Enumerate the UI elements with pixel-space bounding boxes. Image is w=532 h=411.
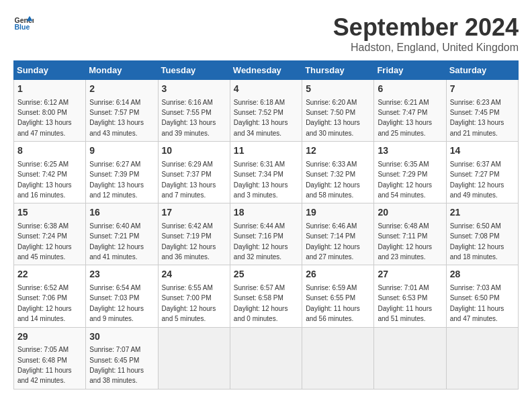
table-row [230, 327, 302, 389]
table-row: 10Sunrise: 6:29 AMSunset: 7:37 PMDayligh… [158, 142, 230, 203]
day-number: 8 [17, 144, 82, 158]
day-info: Sunrise: 7:03 AMSunset: 6:50 PMDaylight:… [450, 284, 504, 322]
table-row: 22Sunrise: 6:52 AMSunset: 7:06 PMDayligh… [14, 265, 86, 327]
day-info: Sunrise: 6:59 AMSunset: 6:55 PMDaylight:… [306, 284, 360, 322]
day-number: 27 [378, 268, 442, 281]
day-info: Sunrise: 7:07 AMSunset: 6:45 PMDaylight:… [89, 346, 144, 384]
day-info: Sunrise: 6:33 AMSunset: 7:32 PMDaylight:… [306, 161, 360, 199]
day-number: 12 [306, 144, 370, 158]
day-number: 6 [378, 83, 442, 96]
col-monday: Monday [86, 61, 158, 80]
day-number: 1 [17, 83, 82, 96]
day-info: Sunrise: 7:05 AMSunset: 6:48 PMDaylight:… [17, 346, 72, 384]
day-number: 10 [162, 144, 226, 158]
table-row [374, 327, 446, 389]
table-row: 15Sunrise: 6:38 AMSunset: 7:24 PMDayligh… [14, 203, 86, 265]
day-info: Sunrise: 6:38 AMSunset: 7:24 PMDaylight:… [17, 222, 72, 261]
table-row: 2Sunrise: 6:14 AMSunset: 7:57 PMDaylight… [86, 80, 158, 142]
day-number: 17 [162, 206, 226, 220]
table-row: 30Sunrise: 7:07 AMSunset: 6:45 PMDayligh… [86, 327, 158, 389]
day-info: Sunrise: 6:14 AMSunset: 7:57 PMDaylight:… [89, 99, 144, 137]
table-row: 18Sunrise: 6:44 AMSunset: 7:16 PMDayligh… [230, 203, 302, 265]
day-info: Sunrise: 6:54 AMSunset: 7:03 PMDaylight:… [89, 284, 144, 322]
day-info: Sunrise: 6:16 AMSunset: 7:55 PMDaylight:… [162, 99, 216, 137]
table-row: 21Sunrise: 6:50 AMSunset: 7:08 PMDayligh… [446, 203, 518, 265]
table-row: 24Sunrise: 6:55 AMSunset: 7:00 PMDayligh… [158, 265, 230, 327]
day-number: 4 [234, 83, 298, 96]
day-number: 26 [306, 268, 370, 281]
table-row: 19Sunrise: 6:46 AMSunset: 7:14 PMDayligh… [302, 203, 374, 265]
header: General Blue September 2024 Hadston, Eng… [13, 13, 519, 54]
day-number: 25 [234, 268, 298, 281]
table-row: 6Sunrise: 6:21 AMSunset: 7:47 PMDaylight… [374, 80, 446, 142]
day-number: 18 [234, 206, 298, 220]
day-number: 16 [89, 206, 154, 220]
day-number: 23 [89, 268, 154, 281]
table-row: 17Sunrise: 6:42 AMSunset: 7:19 PMDayligh… [158, 203, 230, 265]
table-row: 4Sunrise: 6:18 AMSunset: 7:52 PMDaylight… [230, 80, 302, 142]
day-info: Sunrise: 6:27 AMSunset: 7:39 PMDaylight:… [89, 161, 144, 199]
calendar-week-1: 1Sunrise: 6:12 AMSunset: 8:00 PMDaylight… [14, 80, 519, 142]
day-number: 7 [450, 83, 515, 96]
col-wednesday: Wednesday [230, 61, 302, 80]
day-number: 28 [450, 268, 515, 281]
table-row: 7Sunrise: 6:23 AMSunset: 7:45 PMDaylight… [446, 80, 518, 142]
table-row: 9Sunrise: 6:27 AMSunset: 7:39 PMDaylight… [86, 142, 158, 203]
day-number: 30 [89, 330, 154, 344]
day-number: 14 [450, 144, 515, 158]
day-number: 3 [162, 83, 226, 96]
header-row: Sunday Monday Tuesday Wednesday Thursday… [14, 61, 519, 80]
day-number: 13 [378, 144, 442, 158]
table-row: 25Sunrise: 6:57 AMSunset: 6:58 PMDayligh… [230, 265, 302, 327]
day-info: Sunrise: 6:20 AMSunset: 7:50 PMDaylight:… [306, 99, 360, 137]
table-row: 1Sunrise: 6:12 AMSunset: 8:00 PMDaylight… [14, 80, 86, 142]
table-row: 13Sunrise: 6:35 AMSunset: 7:29 PMDayligh… [374, 142, 446, 203]
table-row: 16Sunrise: 6:40 AMSunset: 7:21 PMDayligh… [86, 203, 158, 265]
day-info: Sunrise: 6:50 AMSunset: 7:08 PMDaylight:… [450, 222, 504, 261]
table-row: 3Sunrise: 6:16 AMSunset: 7:55 PMDaylight… [158, 80, 230, 142]
table-row [302, 327, 374, 389]
day-number: 22 [17, 268, 82, 281]
calendar-title: September 2024 [333, 13, 519, 42]
calendar-week-4: 22Sunrise: 6:52 AMSunset: 7:06 PMDayligh… [14, 265, 519, 327]
day-info: Sunrise: 6:31 AMSunset: 7:34 PMDaylight:… [234, 161, 288, 199]
table-row: 5Sunrise: 6:20 AMSunset: 7:50 PMDaylight… [302, 80, 374, 142]
col-thursday: Thursday [302, 61, 374, 80]
table-row: 23Sunrise: 6:54 AMSunset: 7:03 PMDayligh… [86, 265, 158, 327]
day-info: Sunrise: 6:23 AMSunset: 7:45 PMDaylight:… [450, 99, 504, 137]
day-info: Sunrise: 6:57 AMSunset: 6:58 PMDaylight:… [234, 284, 288, 322]
day-info: Sunrise: 6:12 AMSunset: 8:00 PMDaylight:… [17, 99, 72, 137]
day-info: Sunrise: 6:52 AMSunset: 7:06 PMDaylight:… [17, 284, 72, 322]
day-info: Sunrise: 6:46 AMSunset: 7:14 PMDaylight:… [306, 222, 360, 261]
day-info: Sunrise: 6:44 AMSunset: 7:16 PMDaylight:… [234, 222, 288, 261]
day-number: 11 [234, 144, 298, 158]
day-info: Sunrise: 6:40 AMSunset: 7:21 PMDaylight:… [89, 222, 144, 261]
table-row: 28Sunrise: 7:03 AMSunset: 6:50 PMDayligh… [446, 265, 518, 327]
col-sunday: Sunday [14, 61, 86, 80]
col-tuesday: Tuesday [158, 61, 230, 80]
calendar-week-2: 8Sunrise: 6:25 AMSunset: 7:42 PMDaylight… [14, 142, 519, 203]
col-friday: Friday [374, 61, 446, 80]
day-info: Sunrise: 6:29 AMSunset: 7:37 PMDaylight:… [162, 161, 216, 199]
calendar-table: Sunday Monday Tuesday Wednesday Thursday… [13, 60, 519, 390]
day-info: Sunrise: 6:18 AMSunset: 7:52 PMDaylight:… [234, 99, 288, 137]
day-info: Sunrise: 6:35 AMSunset: 7:29 PMDaylight:… [378, 161, 432, 199]
day-number: 5 [306, 83, 370, 96]
calendar-subtitle: Hadston, England, United Kingdom [333, 42, 519, 54]
table-row [446, 327, 518, 389]
day-info: Sunrise: 6:25 AMSunset: 7:42 PMDaylight:… [17, 161, 72, 199]
table-row: 20Sunrise: 6:48 AMSunset: 7:11 PMDayligh… [374, 203, 446, 265]
day-info: Sunrise: 6:21 AMSunset: 7:47 PMDaylight:… [378, 99, 432, 137]
day-number: 2 [89, 83, 154, 96]
col-saturday: Saturday [446, 61, 518, 80]
day-info: Sunrise: 6:42 AMSunset: 7:19 PMDaylight:… [162, 222, 216, 261]
day-info: Sunrise: 7:01 AMSunset: 6:53 PMDaylight:… [378, 284, 432, 322]
table-row: 8Sunrise: 6:25 AMSunset: 7:42 PMDaylight… [14, 142, 86, 203]
table-row: 12Sunrise: 6:33 AMSunset: 7:32 PMDayligh… [302, 142, 374, 203]
table-row: 29Sunrise: 7:05 AMSunset: 6:48 PMDayligh… [14, 327, 86, 389]
title-area: September 2024 Hadston, England, United … [333, 13, 519, 54]
day-number: 24 [162, 268, 226, 281]
table-row: 27Sunrise: 7:01 AMSunset: 6:53 PMDayligh… [374, 265, 446, 327]
table-row: 11Sunrise: 6:31 AMSunset: 7:34 PMDayligh… [230, 142, 302, 203]
day-info: Sunrise: 6:48 AMSunset: 7:11 PMDaylight:… [378, 222, 432, 261]
